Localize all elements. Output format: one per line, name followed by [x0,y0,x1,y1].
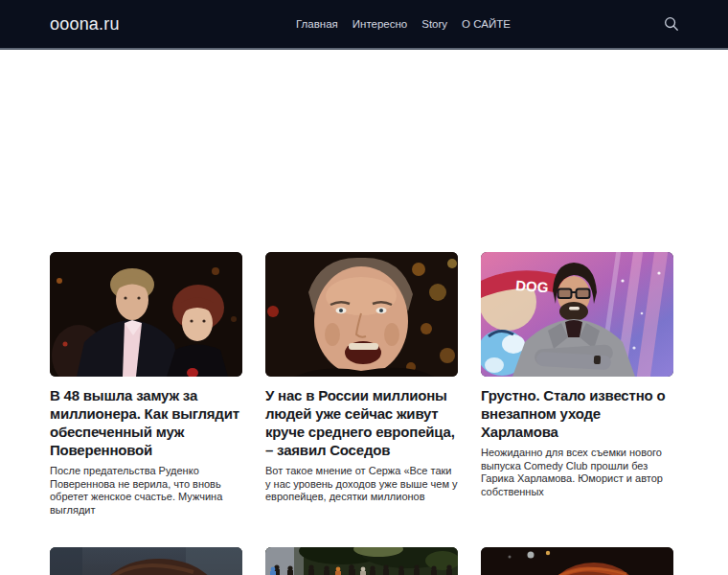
backdrop-text: DOG [515,277,549,295]
article-card[interactable]: У нас в России миллионы людей уже сейчас… [265,252,458,517]
article-card[interactable]: В 48 вышла замуж за миллионера. Как выгл… [50,252,242,517]
article-card[interactable] [481,547,673,575]
article-image-comedian[interactable]: DOG [481,252,673,377]
article-title[interactable]: В 48 вышла замуж за миллионера. Как выгл… [50,386,242,459]
article-image-dark-portrait[interactable] [50,547,242,575]
article-image-couple[interactable] [50,252,242,377]
main-nav: Главная Интересно Story О САЙТЕ [296,0,511,48]
nav-item-interesting[interactable]: Интересно [353,18,407,30]
nav-item-story[interactable]: Story [421,18,447,30]
article-card[interactable]: DOG Грустно. Стало изв [481,252,673,517]
article-card[interactable] [50,547,242,575]
page: { "header": { "logo": "ooona.ru", "backg… [0,0,728,575]
article-excerpt: После предательства Руденко Повереннова … [50,465,242,517]
site-logo[interactable]: ooona.ru [50,0,120,48]
site-header: ooona.ru Главная Интересно Story О САЙТЕ [0,0,728,50]
article-card[interactable] [265,547,458,575]
article-grid: В 48 вышла замуж за миллионера. Как выгл… [50,252,673,517]
article-excerpt: Неожиданно для всех съемки нового выпуск… [481,447,673,498]
article-image-red-haired[interactable] [481,547,673,575]
article-grid-secondary [50,547,673,575]
search-icon[interactable] [664,16,679,32]
article-title[interactable]: У нас в России миллионы людей уже сейчас… [265,386,458,459]
article-title[interactable]: Грустно. Стало известно о внезапном уход… [481,386,673,441]
nav-item-home[interactable]: Главная [296,18,338,30]
nav-item-about[interactable]: О САЙТЕ [462,18,511,30]
article-image-crowd[interactable] [265,547,458,575]
article-image-face-closeup[interactable] [265,252,458,377]
article-excerpt: Вот такое мнение от Сержа «Все таки у на… [265,465,458,504]
